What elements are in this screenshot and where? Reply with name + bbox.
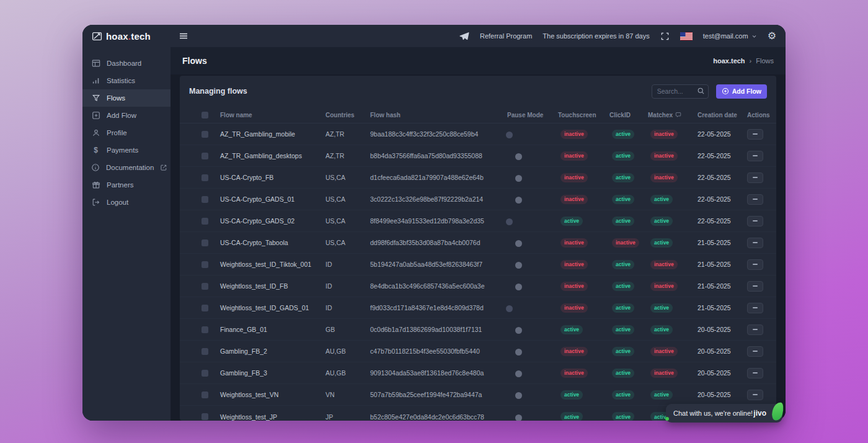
search-box bbox=[652, 84, 709, 99]
touchscreen-badge: inactive bbox=[560, 173, 588, 182]
row-checkbox[interactable] bbox=[202, 348, 208, 355]
row-actions-button[interactable] bbox=[747, 259, 763, 270]
row-checkbox[interactable] bbox=[202, 326, 208, 333]
flow-countries: AZ,TR bbox=[326, 152, 370, 159]
row-actions-button[interactable] bbox=[747, 216, 763, 226]
row-actions-button[interactable] bbox=[747, 238, 763, 248]
row-checkbox[interactable] bbox=[202, 413, 208, 420]
sidebar-item-flows[interactable]: Flows bbox=[82, 89, 170, 107]
flow-countries: AU,GB bbox=[326, 347, 370, 355]
creation-date: 20-05-2025 bbox=[698, 347, 747, 355]
clickid-badge: active bbox=[612, 260, 634, 269]
plus-circle-icon bbox=[722, 87, 729, 95]
flow-name: Gambling_FB_3 bbox=[220, 369, 326, 377]
referral-program-link[interactable]: Referral Program bbox=[480, 32, 532, 40]
row-actions-button[interactable] bbox=[747, 390, 763, 400]
row-checkbox[interactable] bbox=[202, 370, 208, 377]
matchex-badge: inactive bbox=[650, 260, 678, 269]
row-checkbox[interactable] bbox=[202, 218, 208, 225]
hamburger-menu-icon[interactable] bbox=[179, 31, 188, 41]
clickid-badge: active bbox=[612, 151, 634, 161]
touchscreen-badge: inactive bbox=[560, 260, 588, 269]
flow-hash: b52c805e427e0da84dc2e0c6d63bcc78 bbox=[370, 413, 507, 421]
matchex-badge: active bbox=[650, 325, 673, 334]
row-checkbox[interactable] bbox=[202, 261, 208, 268]
sidebar-item-label: Dashboard bbox=[107, 60, 141, 67]
row-actions-button[interactable] bbox=[747, 194, 763, 205]
help-bubble-icon[interactable] bbox=[675, 112, 681, 118]
row-checkbox[interactable] bbox=[202, 392, 208, 398]
sidebar-item-statistics[interactable]: Statistics bbox=[82, 72, 170, 89]
row-actions-button[interactable] bbox=[747, 368, 763, 378]
sidebar-item-label: Documentation bbox=[106, 164, 154, 171]
matchex-badge: inactive bbox=[650, 347, 678, 356]
flow-countries: US,CA bbox=[326, 217, 370, 225]
sidebar-item-payments[interactable]: $ Payments bbox=[82, 141, 170, 159]
col-header-flow-name: Flow name bbox=[220, 112, 326, 119]
select-all-checkbox[interactable] bbox=[202, 112, 208, 119]
sidebar-item-label: Payments bbox=[107, 146, 138, 154]
sidebar-item-label: Logout bbox=[107, 199, 128, 206]
topbar-right: Referral Program The subscription expire… bbox=[459, 31, 786, 42]
row-actions-button[interactable] bbox=[747, 151, 763, 161]
telegram-icon[interactable] bbox=[459, 31, 469, 42]
row-actions-button[interactable] bbox=[747, 324, 763, 335]
sidebar-item-documentation[interactable]: Documentation bbox=[82, 159, 170, 176]
flow-name: Gambling_FB_2 bbox=[220, 347, 326, 355]
jivo-chat-widget[interactable]: Chat with us, we're online! jivo bbox=[666, 404, 782, 423]
sidebar-item-label: Partners bbox=[107, 181, 133, 189]
touchscreen-badge: active bbox=[560, 325, 583, 334]
row-checkbox[interactable] bbox=[202, 131, 208, 138]
row-actions-button[interactable] bbox=[747, 172, 763, 183]
desktop-background: hoax.tech Referral Program The subscript… bbox=[0, 0, 868, 443]
flow-name: Weightloss_test_ID_Tiktok_001 bbox=[220, 261, 326, 268]
fullscreen-icon[interactable] bbox=[660, 32, 670, 41]
matchex-badge: inactive bbox=[650, 130, 678, 139]
logout-icon bbox=[91, 198, 100, 207]
sidebar-nav: Dashboard Statistics Flows Add Flow Prof… bbox=[82, 47, 170, 421]
flow-hash: dd98f6dfa3bf35b3d08a87ba4cb0076d bbox=[370, 239, 507, 246]
user-menu[interactable]: test@mail.com bbox=[703, 32, 757, 40]
breadcrumb-root[interactable]: hoax.tech bbox=[713, 57, 745, 65]
add-flow-button[interactable]: Add Flow bbox=[716, 84, 767, 99]
sidebar-item-add-flow[interactable]: Add Flow bbox=[82, 107, 170, 124]
row-checkbox[interactable] bbox=[202, 153, 208, 159]
flow-countries: US,CA bbox=[326, 195, 370, 203]
flow-name: Weightloss_test_JP bbox=[220, 413, 326, 421]
flow-hash: 8f8499ee34a91533ed12db798a3e2d35 bbox=[370, 217, 507, 225]
clickid-badge: active bbox=[612, 130, 634, 139]
sidebar-item-partners[interactable]: Partners bbox=[82, 176, 170, 194]
documentation-icon bbox=[91, 163, 100, 172]
table-row: Weightloss_test_VN VN 507a7b59ba25ceef19… bbox=[180, 384, 776, 406]
row-checkbox[interactable] bbox=[202, 174, 208, 181]
row-checkbox[interactable] bbox=[202, 305, 208, 311]
search-icon[interactable] bbox=[697, 87, 705, 95]
flow-name: US-CA-Crypto_GADS_02 bbox=[220, 217, 326, 225]
creation-date: 22-05-2025 bbox=[698, 174, 747, 181]
row-checkbox[interactable] bbox=[202, 239, 208, 246]
table-row: US-CA-Crypto_FB US,CA d1cfeeca6ada821a79… bbox=[180, 167, 776, 189]
brand-logo[interactable]: hoax.tech bbox=[82, 31, 170, 42]
gear-icon[interactable]: ⚙ bbox=[768, 31, 776, 41]
matchex-badge: inactive bbox=[650, 369, 678, 378]
col-header-creation-date: Creation date bbox=[698, 112, 747, 119]
dashboard-icon bbox=[91, 59, 100, 68]
us-flag[interactable] bbox=[680, 32, 693, 40]
sidebar-item-logout[interactable]: Logout bbox=[82, 194, 170, 211]
external-link-icon bbox=[160, 164, 167, 171]
matchex-badge: active bbox=[650, 390, 673, 400]
sidebar-item-label: Statistics bbox=[107, 77, 135, 84]
row-actions-button[interactable] bbox=[747, 303, 763, 313]
creation-date: 22-05-2025 bbox=[698, 130, 747, 138]
row-actions-button[interactable] bbox=[747, 281, 763, 292]
row-checkbox[interactable] bbox=[202, 196, 208, 203]
touchscreen-badge: inactive bbox=[560, 282, 588, 291]
row-checkbox[interactable] bbox=[202, 283, 208, 290]
row-actions-button[interactable] bbox=[747, 346, 763, 357]
flow-hash: 9baa188c3c4ff3c32f3c250c88ce59b4 bbox=[370, 130, 507, 138]
sidebar-item-dashboard[interactable]: Dashboard bbox=[82, 55, 170, 72]
touchscreen-badge: inactive bbox=[560, 130, 588, 139]
row-actions-button[interactable] bbox=[747, 129, 763, 140]
sidebar-item-profile[interactable]: Profile bbox=[82, 124, 170, 141]
touchscreen-badge: inactive bbox=[560, 238, 588, 248]
